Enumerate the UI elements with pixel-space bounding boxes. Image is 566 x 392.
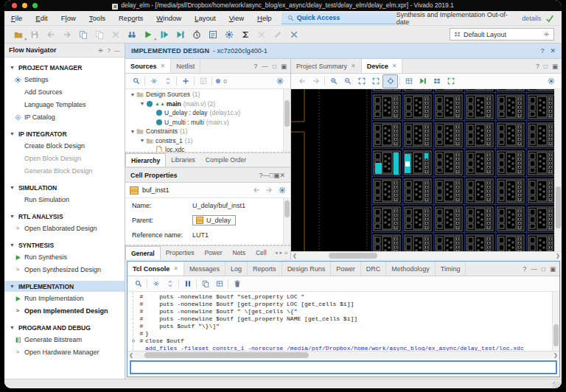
resume-icon[interactable]: [172, 27, 189, 41]
zoom-out-icon[interactable]: [340, 75, 354, 88]
sources-scrollbar[interactable]: [283, 89, 290, 152]
step-icon[interactable]: [156, 27, 172, 41]
maximize-icon[interactable]: □: [542, 265, 545, 273]
cancel-icon[interactable]: [254, 27, 270, 41]
draw-pblock-icon[interactable]: [444, 75, 458, 88]
sidebar-item[interactable]: Run Synthesis: [4, 251, 125, 263]
routing-resources-icon[interactable]: [402, 75, 416, 88]
minimize-icon[interactable]: —: [531, 265, 537, 273]
cell-draw-icon[interactable]: [430, 75, 444, 88]
undo-icon[interactable]: [43, 27, 59, 41]
edit-icon[interactable]: [270, 27, 286, 41]
pblock-icon[interactable]: [416, 75, 430, 88]
float-icon[interactable]: ▣: [281, 63, 287, 70]
details-link[interactable]: details: [522, 15, 541, 22]
device-tab[interactable]: Project Summary✕: [291, 59, 362, 73]
tree-expand-icon[interactable]: ▼: [130, 92, 136, 97]
console-tab[interactable]: Tcl Console✕: [127, 262, 184, 276]
help-icon[interactable]: ?: [523, 265, 527, 273]
console-tab[interactable]: Power: [331, 262, 361, 276]
help-icon[interactable]: ?: [536, 63, 539, 70]
open-project-icon[interactable]: ▾: [10, 27, 27, 41]
tree-row[interactable]: U_multi : multi(main.v): [125, 118, 290, 127]
menu-reports[interactable]: Reports: [112, 14, 150, 22]
zoom-selection-icon[interactable]: [368, 75, 382, 88]
sources-tab[interactable]: Sources✕: [125, 59, 171, 73]
float-icon[interactable]: ▣: [273, 172, 280, 179]
save-icon[interactable]: [27, 27, 43, 41]
minimize-icon[interactable]: —: [263, 172, 270, 179]
back-icon[interactable]: [295, 75, 309, 88]
scroll-right-icon[interactable]: ❯: [552, 351, 559, 359]
console-vscrollbar[interactable]: [552, 292, 559, 351]
sidebar-item[interactable]: >Open Hardware Manager: [4, 346, 125, 358]
expand-all-icon[interactable]: [161, 75, 175, 88]
cell-properties-view-tab[interactable]: Power: [199, 246, 227, 259]
menu-file[interactable]: File: [4, 14, 29, 22]
sources-view-tab[interactable]: Hierarchy: [125, 153, 166, 167]
menu-window[interactable]: Window: [150, 14, 188, 22]
tree-row[interactable]: ▼Design Sources(1): [125, 90, 290, 99]
messages-filter-icon[interactable]: 0: [214, 75, 228, 88]
resize-grip[interactable]: [553, 382, 560, 388]
previous-object-icon[interactable]: [253, 186, 260, 194]
menu-layout[interactable]: Layout: [188, 14, 223, 22]
scroll-left-icon[interactable]: ❮: [291, 252, 298, 259]
menu-flow[interactable]: Flow: [55, 14, 83, 22]
scroll-right-icon[interactable]: ❯: [554, 252, 562, 259]
cell-properties-scrollbar[interactable]: [283, 198, 290, 245]
tree-expand-icon[interactable]: ▼: [139, 101, 145, 106]
run-icon[interactable]: ▾: [140, 27, 156, 41]
sidebar-section-header[interactable]: ▼PROGRAM AND DEBUG: [4, 322, 125, 333]
sidebar-item[interactable]: >Open Synthesized Design: [4, 263, 125, 276]
tree-row[interactable]: ▼Constraints(1): [125, 127, 290, 136]
float-icon[interactable]: ▣: [550, 265, 556, 273]
minimize-panel-icon[interactable]: —: [114, 47, 120, 54]
scroll-left-icon[interactable]: ❮: [127, 351, 135, 359]
sum-icon[interactable]: [237, 27, 254, 41]
tree-row[interactable]: ▼▲▲main(main.v) (2): [125, 99, 290, 109]
parent-link-button[interactable]: U_delay: [192, 215, 236, 225]
sidebar-item[interactable]: Generate Block Design: [4, 164, 125, 177]
search-icon[interactable]: [129, 75, 143, 88]
forward-icon[interactable]: [309, 75, 323, 88]
device-hscrollbar[interactable]: ❮ ❯: [291, 251, 562, 259]
minimize-icon[interactable]: —: [262, 63, 268, 70]
sidebar-item[interactable]: Generate Bitstream: [4, 333, 125, 346]
console-tab[interactable]: Design Runs: [282, 262, 332, 276]
sidebar-item[interactable]: Run Simulation: [4, 193, 125, 206]
console-tab[interactable]: Log: [226, 262, 248, 276]
tree-row[interactable]: ▼constrs_1(1): [125, 136, 290, 146]
close-tab-icon[interactable]: ✕: [392, 63, 397, 69]
cell-properties-view-tab[interactable]: Properties: [161, 246, 200, 259]
sidebar-item[interactable]: Open Block Design: [4, 152, 125, 164]
timer-icon[interactable]: [189, 27, 205, 41]
tab-list-icon[interactable]: ≡: [284, 251, 287, 256]
help-icon[interactable]: ?: [254, 63, 258, 70]
device-vscrollbar[interactable]: [554, 89, 562, 251]
expand-all-icon[interactable]: [163, 278, 177, 290]
sidebar-section-header[interactable]: ▼RTL ANALYSIS: [4, 211, 125, 222]
delete-icon[interactable]: [108, 27, 124, 41]
sidebar-section-header[interactable]: ▼SYNTHESIS: [4, 239, 125, 251]
sources-view-tab[interactable]: Libraries: [166, 153, 200, 167]
menu-tools[interactable]: Tools: [83, 14, 112, 22]
console-tab[interactable]: DRC: [361, 262, 387, 276]
cell-properties-view-tab[interactable]: Nets: [228, 246, 251, 259]
sidebar-section-header[interactable]: ▼SIMULATION: [4, 182, 125, 193]
collapse-all-icon[interactable]: [147, 75, 161, 88]
gear-icon[interactable]: [273, 75, 287, 88]
add-sources-icon[interactable]: [178, 75, 192, 88]
next-object-icon[interactable]: [265, 186, 273, 194]
console-tab[interactable]: Reports: [248, 262, 282, 276]
console-tab[interactable]: Methodology: [386, 262, 436, 276]
settings-icon[interactable]: [221, 27, 237, 41]
console-hscrollbar[interactable]: ❮ ❯: [127, 351, 559, 359]
clear-console-icon[interactable]: [230, 278, 244, 290]
sidebar-item[interactable]: Settings: [4, 73, 125, 85]
float-icon[interactable]: ▣: [552, 63, 558, 70]
close-icon[interactable]: ✕: [279, 172, 285, 179]
scroll-tabs-left-icon[interactable]: ◂: [275, 250, 278, 256]
console-tab[interactable]: Messages: [184, 262, 226, 276]
autofit-selection-icon[interactable]: [382, 74, 398, 88]
